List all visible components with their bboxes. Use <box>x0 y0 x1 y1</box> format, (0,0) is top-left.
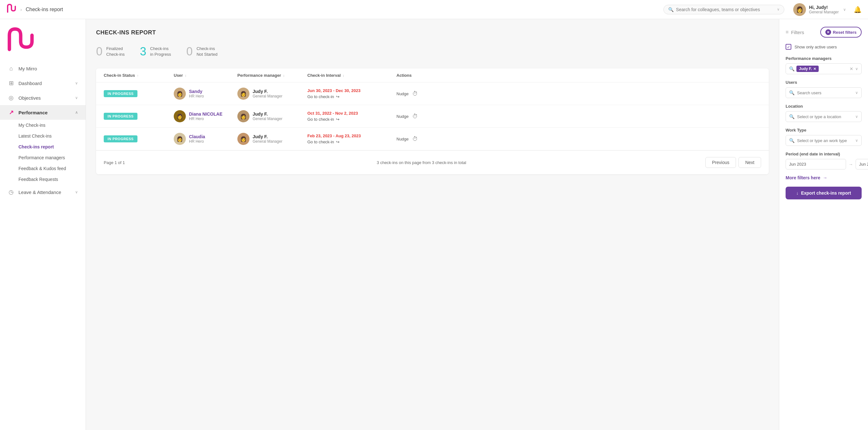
sidebar-navigation: ⌂ My Mirro ⊞ Dashboard ∨ ◎ Objectives ∨ … <box>0 58 86 430</box>
page-title: CHECK-INS REPORT <box>96 29 769 36</box>
work-type-filter-input-wrap[interactable]: 🔍 ∨ <box>785 135 862 146</box>
pm-tag-remove-icon[interactable]: ✕ <box>813 67 816 71</box>
show-active-row: ✓ Show only active users <box>785 44 862 50</box>
col-user: User ↕ <box>174 73 237 78</box>
sidebar: ⌂ My Mirro ⊞ Dashboard ∨ ◎ Objectives ∨ … <box>0 19 86 430</box>
main-content: CHECK-INS REPORT 0 Finalized Check-ins 3… <box>86 19 779 430</box>
sidebar-item-objectives[interactable]: ◎ Objectives ∨ <box>0 90 86 105</box>
period-end-input[interactable] <box>856 159 868 169</box>
user-menu[interactable]: 👩 Hi, Judy! General Manager ∨ <box>793 3 846 16</box>
sidebar-item-performance[interactable]: ↗ Performance ∧ <box>0 105 86 120</box>
sidebar-item-checkins-report[interactable]: Check-ins report <box>19 141 86 152</box>
history-icon[interactable]: ⏱ <box>412 90 418 97</box>
sidebar-item-dashboard[interactable]: ⊞ Dashboard ∨ <box>0 76 86 90</box>
filter-lines-icon: ≡ <box>785 29 788 35</box>
chevron-down-icon: ∨ <box>75 95 78 100</box>
arrow-right-icon: → <box>823 175 827 180</box>
pm-cell: 👩 Judy F. General Manager <box>237 110 307 122</box>
user-info: Hi, Judy! General Manager <box>809 5 839 14</box>
users-search-input[interactable] <box>797 90 853 95</box>
user-role: HR Hero <box>189 94 204 98</box>
sidebar-logo <box>0 19 86 58</box>
global-search[interactable]: 🔍 ∨ <box>663 5 784 14</box>
arrow-right-icon: ↪ <box>336 140 340 144</box>
location-search-input[interactable] <box>797 114 853 119</box>
performance-icon: ↗ <box>8 109 14 116</box>
filter-performance-managers: Performance managers 🔍 Judy F. ✕ ✕ ∨ <box>785 56 862 74</box>
interval-cell: Jun 30, 2023 - Dec 30, 2023 Go to check-… <box>307 88 397 99</box>
sort-icon[interactable]: ↕ <box>185 74 187 78</box>
pm-cell: 👩 Judy F. General Manager <box>237 88 307 100</box>
reset-filters-button[interactable]: ✕ Reset filters <box>820 27 862 37</box>
user-info: Claudia HR Hero <box>189 134 205 144</box>
go-to-checkin-link[interactable]: Go to check-in ↪ <box>307 140 397 144</box>
sidebar-item-feedback-requests[interactable]: Feedback Requests <box>19 174 86 185</box>
pm-role: General Manager <box>253 139 282 144</box>
interval-cell: Feb 23, 2023 - Aug 23, 2023 Go to check-… <box>307 134 397 144</box>
nudge-button[interactable]: Nudge <box>397 91 408 96</box>
nudge-button[interactable]: Nudge <box>397 114 408 119</box>
pm-name: Judy F. <box>253 134 282 139</box>
stat-not-started-number: 0 <box>186 45 193 58</box>
pm-role: General Manager <box>253 117 282 121</box>
user-role: HR Hero <box>189 117 222 121</box>
period-arrow-icon: → <box>848 162 853 167</box>
filter-users: Users 🔍 ∨ <box>785 80 862 98</box>
notification-bell-icon[interactable]: 🔔 <box>854 6 862 13</box>
users-filter-input-wrap[interactable]: 🔍 ∨ <box>785 87 862 98</box>
go-to-checkin-link[interactable]: Go to check-in ↪ <box>307 94 397 99</box>
previous-button[interactable]: Previous <box>705 157 736 168</box>
action-cell: Nudge ⏱ <box>397 113 441 120</box>
user-avatar: 👩 <box>174 88 186 100</box>
nav-breadcrumb-chevron: › <box>20 7 22 12</box>
table-header: Check-in Status ↑ User ↕ Performance man… <box>96 68 769 83</box>
user-name: Claudia <box>189 134 205 139</box>
pm-filter-wrap[interactable]: 🔍 Judy F. ✕ ✕ ∨ <box>785 63 862 74</box>
arrow-right-icon: ↪ <box>336 94 340 99</box>
history-icon[interactable]: ⏱ <box>412 136 418 142</box>
sort-icon[interactable]: ↕ <box>283 74 285 78</box>
sidebar-item-label: Dashboard <box>19 81 42 86</box>
location-filter-input-wrap[interactable]: 🔍 ∨ <box>785 111 862 122</box>
status-cell: IN PROGRESS <box>104 90 174 97</box>
sidebar-item-my-mirro[interactable]: ⌂ My Mirro <box>0 61 86 76</box>
more-filters-link[interactable]: More filters here → <box>785 175 862 180</box>
next-button[interactable]: Next <box>739 157 761 168</box>
sidebar-item-my-checkins[interactable]: My Check-ins <box>19 120 86 131</box>
pm-avatar: 👩 <box>237 133 249 145</box>
period-start-input[interactable] <box>785 159 846 169</box>
table-row: IN PROGRESS 👩 Sandy HR Hero 👩 Judy F. Ge… <box>96 83 769 105</box>
history-icon[interactable]: ⏱ <box>412 113 418 120</box>
user-role: General Manager <box>809 10 839 14</box>
checkins-table: Check-in Status ↑ User ↕ Performance man… <box>96 68 769 174</box>
sidebar-item-feedback-kudos[interactable]: Feedback & Kudos feed <box>19 163 86 174</box>
sidebar-item-label: Leave & Attendance <box>19 190 61 195</box>
user-name: Diana NICOLAE <box>189 112 222 117</box>
sort-icon[interactable]: ↕ <box>343 74 345 78</box>
objectives-icon: ◎ <box>8 94 14 101</box>
interval-cell: Oct 31, 2022 - Nov 2, 2023 Go to check-i… <box>307 111 397 122</box>
pm-name: Judy F. <box>253 112 282 117</box>
pagination-buttons: Previous Next <box>705 157 761 168</box>
sidebar-item-leave-attendance[interactable]: ◷ Leave & Attendance ∨ <box>0 185 86 199</box>
pm-filter-clear-icon[interactable]: ✕ <box>849 66 854 71</box>
sidebar-item-performance-managers[interactable]: Performance managers <box>19 152 86 163</box>
show-active-checkbox[interactable]: ✓ <box>785 44 791 50</box>
interval-date: Jun 30, 2023 - Dec 30, 2023 <box>307 88 397 93</box>
chevron-down-icon[interactable]: ∨ <box>855 66 858 71</box>
go-to-checkin-link[interactable]: Go to check-in ↪ <box>307 117 397 122</box>
table-row: IN PROGRESS 👩 Claudia HR Hero 👩 Judy F. … <box>96 128 769 150</box>
global-search-input[interactable] <box>676 7 774 12</box>
user-cell: 👩 Claudia HR Hero <box>174 133 237 145</box>
period-row: → 📅 <box>785 159 862 169</box>
filter-users-label: Users <box>785 80 862 85</box>
sort-icon[interactable]: ↑ <box>137 74 139 78</box>
chevron-down-icon: ∨ <box>75 81 78 85</box>
nudge-button[interactable]: Nudge <box>397 137 408 141</box>
work-type-search-input[interactable] <box>797 138 853 143</box>
search-icon: 🔍 <box>789 66 795 71</box>
stat-not-started: 0 Check-ins Not Started <box>186 45 218 58</box>
export-button[interactable]: ↓ Export check-ins report <box>785 187 862 199</box>
stat-not-started-label: Check-ins Not Started <box>197 46 218 57</box>
sidebar-item-latest-checkins[interactable]: Latest Check-ins <box>19 131 86 141</box>
